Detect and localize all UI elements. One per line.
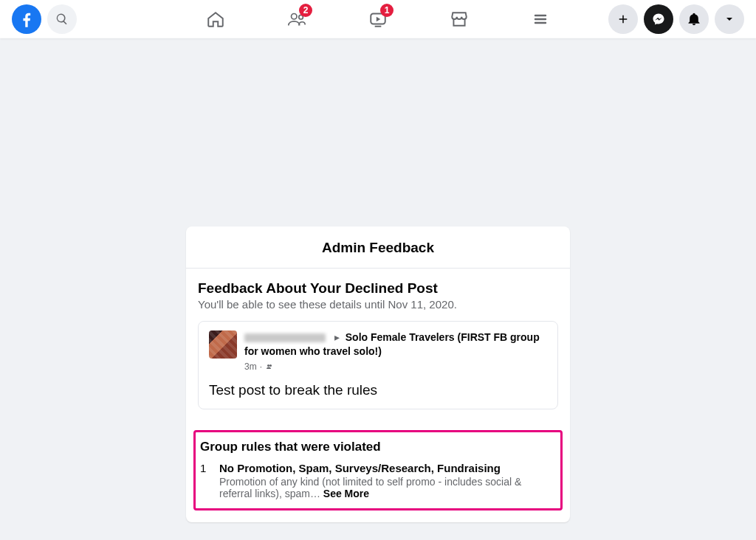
svg-point-0 xyxy=(292,14,297,19)
nav-menu[interactable] xyxy=(522,0,559,38)
rules-title: Group rules that were violated xyxy=(200,440,553,454)
header-right xyxy=(608,4,744,34)
admin-feedback-card: Admin Feedback Feedback About Your Decli… xyxy=(186,226,570,522)
dot: · xyxy=(260,361,262,372)
header-center-nav: 2 1 xyxy=(197,0,559,38)
caret-down-icon xyxy=(724,13,735,25)
watch-badge: 1 xyxy=(380,4,394,17)
group-privacy-icon xyxy=(265,362,274,371)
messenger-icon xyxy=(652,13,665,26)
svg-point-4 xyxy=(269,364,272,367)
search-button[interactable] xyxy=(47,4,77,34)
post-content: Test post to break the rules xyxy=(209,382,547,398)
rule-item: 1 No Promotion, Spam, Surveys/Research, … xyxy=(200,462,553,499)
hamburger-icon xyxy=(532,10,549,28)
notifications-button[interactable] xyxy=(679,4,709,34)
bell-icon xyxy=(687,12,701,27)
friends-badge: 2 xyxy=(299,4,312,17)
rule-number: 1 xyxy=(200,462,209,499)
feedback-subtitle: You'll be able to see these details unti… xyxy=(198,298,558,311)
feedback-title: Feedback About Your Declined Post xyxy=(198,280,558,297)
card-body: Feedback About Your Declined Post You'll… xyxy=(186,269,570,423)
see-more-link[interactable]: See More xyxy=(323,488,369,499)
top-nav: 2 1 xyxy=(0,0,756,38)
nav-home[interactable] xyxy=(197,0,234,38)
create-button[interactable] xyxy=(608,4,638,34)
messenger-button[interactable] xyxy=(644,4,673,34)
rule-description: Promotion of any kind (not limited to se… xyxy=(219,476,553,499)
violated-rules-section: Group rules that were violated 1 No Prom… xyxy=(193,430,563,510)
nav-friends[interactable]: 2 xyxy=(278,0,315,38)
account-menu-button[interactable] xyxy=(715,4,744,34)
content-area: Admin Feedback Feedback About Your Decli… xyxy=(0,38,756,522)
card-title: Admin Feedback xyxy=(186,226,570,268)
rule-name: No Promotion, Spam, Surveys/Research, Fu… xyxy=(219,462,553,474)
post-meta: ▸ Solo Female Travelers (FIRST FB group … xyxy=(244,330,547,359)
facebook-f-icon xyxy=(17,10,36,29)
marketplace-icon xyxy=(450,10,469,29)
post-header: ▸ Solo Female Travelers (FIRST FB group … xyxy=(209,330,547,372)
search-icon xyxy=(55,13,69,26)
facebook-logo[interactable] xyxy=(12,4,41,34)
post-time: 3m xyxy=(244,361,257,372)
plus-icon xyxy=(616,13,630,26)
declined-post: ▸ Solo Female Travelers (FIRST FB group … xyxy=(198,321,558,409)
nav-watch[interactable]: 1 xyxy=(360,0,396,38)
post-submeta: 3m · xyxy=(244,361,547,372)
home-icon xyxy=(206,10,225,29)
nav-marketplace[interactable] xyxy=(441,0,478,38)
svg-point-3 xyxy=(267,364,269,367)
arrow-icon: ▸ xyxy=(334,331,340,343)
author-avatar xyxy=(209,330,237,359)
header-left xyxy=(12,4,77,34)
author-name-redacted xyxy=(244,333,326,342)
